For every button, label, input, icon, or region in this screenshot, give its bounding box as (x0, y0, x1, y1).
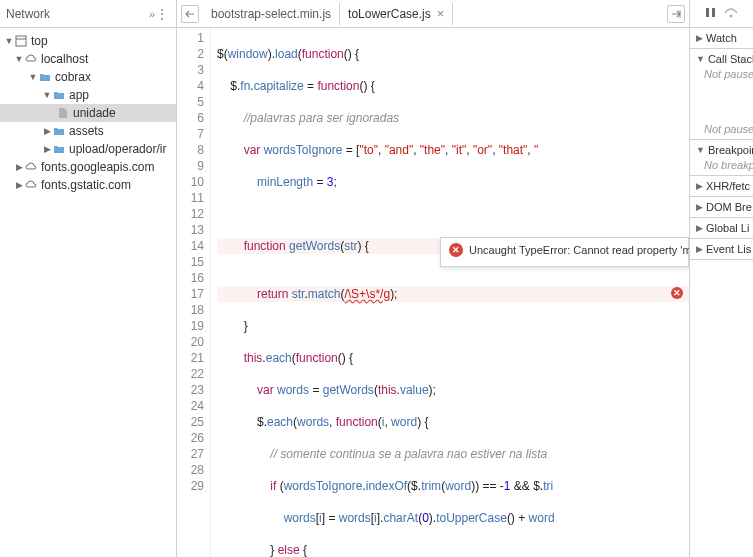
more-menu-icon[interactable]: ⋮ (155, 6, 170, 22)
folder-icon (52, 89, 66, 101)
no-breakpoints-label: No breakpo (696, 156, 747, 171)
tree-unidade[interactable]: unidade (0, 104, 176, 122)
tree-upload[interactable]: ▶ upload/operador/ir (0, 140, 176, 158)
not-paused-label: Not pause (696, 65, 747, 80)
breakpoints-section[interactable]: ▼Breakpoints No breakpo (690, 140, 753, 176)
tabs-bar: bootstrap-select.min.js toLowerCase.js × (177, 0, 689, 28)
cloud-icon (24, 179, 38, 191)
section-label: Event Lis (706, 243, 751, 255)
chevron-right-icon: ▶ (696, 223, 703, 233)
tree-label: assets (69, 124, 104, 138)
global-section[interactable]: ▶Global Li (690, 218, 753, 239)
chevron-down-icon: ▼ (14, 54, 24, 64)
tab-label: toLowerCase.js (348, 7, 431, 21)
tree-label: top (31, 34, 48, 48)
chevron-right-icon: ▶ (696, 33, 703, 43)
error-badge-icon[interactable]: ✕ (671, 287, 683, 299)
svg-point-5 (730, 15, 733, 18)
network-panel: Network » ⋮ ▼ top ▼ localhost ▼ cobrax ▼… (0, 0, 177, 557)
tree-localhost[interactable]: ▼ localhost (0, 50, 176, 68)
debugger-controls (690, 0, 753, 28)
tab-nav-right-icon[interactable] (667, 5, 685, 23)
code-editor[interactable]: 1234567891011121314151617181920212223242… (177, 28, 689, 557)
panel-title: Network (6, 7, 146, 21)
chevron-down-icon: ▼ (696, 145, 705, 155)
frame-icon (14, 35, 28, 47)
chevron-right-icon: ▶ (696, 202, 703, 212)
tree-label: fonts.googleapis.com (41, 160, 154, 174)
network-header: Network » ⋮ (0, 0, 176, 28)
section-label: XHR/fetc (706, 180, 750, 192)
tab-label: bootstrap-select.min.js (211, 7, 331, 21)
tab-nav-left-icon[interactable] (181, 5, 199, 23)
chevron-down-icon: ▼ (42, 90, 52, 100)
error-icon: ✕ (449, 243, 463, 257)
tab-tolowercase[interactable]: toLowerCase.js × (340, 3, 453, 25)
section-label: Breakpoints (708, 144, 753, 156)
file-tree: ▼ top ▼ localhost ▼ cobrax ▼ app unidade… (0, 28, 176, 198)
tree-app[interactable]: ▼ app (0, 86, 176, 104)
xhr-section[interactable]: ▶XHR/fetc (690, 176, 753, 197)
pause-icon[interactable] (705, 7, 716, 20)
callstack-section[interactable]: ▼Call Stack Not pause Not pause (690, 49, 753, 140)
line-gutter: 1234567891011121314151617181920212223242… (177, 28, 211, 557)
tab-bootstrap[interactable]: bootstrap-select.min.js (203, 3, 340, 25)
not-paused-label: Not pause (696, 120, 747, 135)
error-message: Uncaught TypeError: Cannot read property… (469, 242, 689, 258)
chevron-right-icon: ▶ (42, 144, 52, 154)
tree-googleapis[interactable]: ▶ fonts.googleapis.com (0, 158, 176, 176)
section-label: Global Li (706, 222, 749, 234)
event-section[interactable]: ▶Event Lis (690, 239, 753, 260)
editor-panel: bootstrap-select.min.js toLowerCase.js ×… (177, 0, 690, 557)
debugger-panel: ▶Watch ▼Call Stack Not pause Not pause ▼… (690, 0, 753, 557)
section-label: Call Stack (708, 53, 753, 65)
chevron-right-icon: ▶ (42, 126, 52, 136)
dom-section[interactable]: ▶DOM Bre (690, 197, 753, 218)
folder-icon (52, 143, 66, 155)
chevron-down-icon: ▼ (4, 36, 14, 46)
watch-section[interactable]: ▶Watch (690, 28, 753, 49)
cloud-icon (24, 53, 38, 65)
code-area[interactable]: $(window).load(function() { $.fn.capital… (211, 28, 689, 557)
tree-label: localhost (41, 52, 88, 66)
chevron-right-icon: ▶ (696, 181, 703, 191)
tree-assets[interactable]: ▶ assets (0, 122, 176, 140)
close-icon[interactable]: × (437, 6, 445, 21)
tree-label: app (69, 88, 89, 102)
chevron-down-icon: ▼ (696, 54, 705, 64)
section-label: DOM Bre (706, 201, 752, 213)
chevron-right-icon: ▶ (696, 244, 703, 254)
svg-rect-4 (712, 8, 715, 17)
svg-rect-0 (16, 36, 26, 46)
tree-gstatic[interactable]: ▶ fonts.gstatic.com (0, 176, 176, 194)
folder-icon (52, 125, 66, 137)
tree-label: upload/operador/ir (69, 142, 166, 156)
tree-top[interactable]: ▼ top (0, 32, 176, 50)
section-label: Watch (706, 32, 737, 44)
tree-cobrax[interactable]: ▼ cobrax (0, 68, 176, 86)
svg-rect-3 (706, 8, 709, 17)
folder-icon (38, 71, 52, 83)
tree-label: unidade (73, 106, 116, 120)
file-icon (56, 107, 70, 119)
tree-label: fonts.gstatic.com (41, 178, 131, 192)
chevron-right-icon: ▶ (14, 180, 24, 190)
tree-label: cobrax (55, 70, 91, 84)
step-over-icon[interactable] (724, 7, 738, 20)
chevron-right-icon: ▶ (14, 162, 24, 172)
cloud-icon (24, 161, 38, 173)
error-tooltip: ✕ Uncaught TypeError: Cannot read proper… (440, 237, 689, 267)
chevron-down-icon: ▼ (28, 72, 38, 82)
